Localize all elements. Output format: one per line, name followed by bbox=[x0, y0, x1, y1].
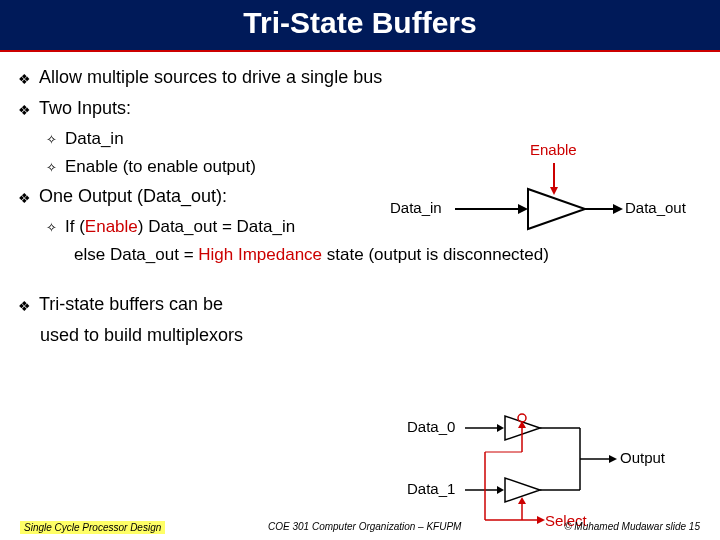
tristate-diagram-1: Enable Data_in Data_out bbox=[390, 149, 700, 259]
bullet-4: ❖ Tri-state buffers can be bbox=[18, 291, 702, 318]
diamond-open-icon: ✧ bbox=[46, 218, 57, 238]
slide-title: Tri-State Buffers bbox=[0, 0, 720, 52]
diamond-icon: ❖ bbox=[18, 188, 31, 209]
svg-marker-12 bbox=[497, 486, 504, 494]
svg-marker-20 bbox=[518, 497, 526, 504]
bullet-2a: ✧ Data_in bbox=[46, 126, 702, 152]
bullet-2b-text: Enable (to enable output) bbox=[65, 154, 256, 180]
svg-marker-6 bbox=[613, 204, 623, 214]
diamond-open-icon: ✧ bbox=[46, 158, 57, 178]
svg-marker-8 bbox=[497, 424, 504, 432]
footer-right: © Muhamed Mudawar slide 15 bbox=[564, 521, 700, 534]
enable-word: Enable bbox=[85, 217, 138, 236]
if-post: ) Data_out = Data_in bbox=[138, 217, 295, 236]
svg-marker-1 bbox=[550, 187, 558, 195]
bullet-2a-text: Data_in bbox=[65, 126, 124, 152]
svg-marker-3 bbox=[518, 204, 528, 214]
diamond-icon: ❖ bbox=[18, 296, 31, 317]
if-pre: If ( bbox=[65, 217, 85, 236]
svg-marker-18 bbox=[609, 455, 617, 463]
bullet-3-text: One Output (Data_out): bbox=[39, 183, 227, 210]
title-text: Tri-State Buffers bbox=[243, 6, 476, 39]
else-pre: else Data_out = bbox=[74, 245, 198, 264]
hi-z-word: High Impedance bbox=[198, 245, 322, 264]
bullet-1-text: Allow multiple sources to drive a single… bbox=[39, 64, 382, 91]
bullet-1: ❖ Allow multiple sources to drive a sing… bbox=[18, 64, 702, 91]
bullet-2-text: Two Inputs: bbox=[39, 95, 131, 122]
diamond-open-icon: ✧ bbox=[46, 130, 57, 150]
tristate-buffer-icon bbox=[390, 149, 700, 259]
slide-footer: Single Cycle Processor Design COE 301 Co… bbox=[0, 521, 720, 534]
bullet-2: ❖ Two Inputs: bbox=[18, 95, 702, 122]
bullet-4-line2-text: used to build multiplexors bbox=[40, 322, 243, 349]
bullet-3a-text: If (Enable) Data_out = Data_in bbox=[65, 214, 295, 240]
diamond-icon: ❖ bbox=[18, 100, 31, 121]
bullet-4-text: Tri-state buffers can be bbox=[39, 291, 223, 318]
diamond-icon: ❖ bbox=[18, 69, 31, 90]
footer-center: COE 301 Computer Organization – KFUPM bbox=[268, 521, 461, 534]
svg-marker-4 bbox=[528, 189, 585, 229]
slide-content: ❖ Allow multiple sources to drive a sing… bbox=[0, 52, 720, 349]
svg-point-10 bbox=[518, 414, 526, 422]
bullet-4-line2: used to build multiplexors bbox=[40, 322, 702, 349]
footer-left: Single Cycle Processor Design bbox=[20, 521, 165, 534]
